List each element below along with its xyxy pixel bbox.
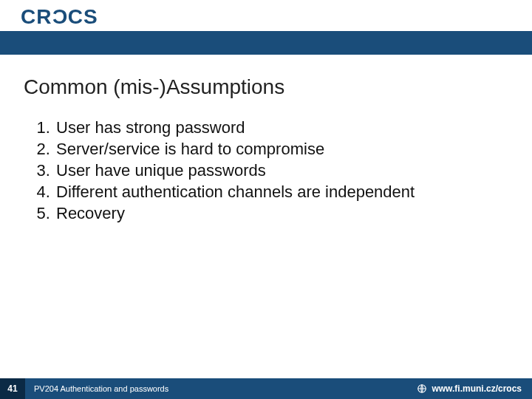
slide-title: Common (mis-)Assumptions xyxy=(24,75,284,99)
list-item: Recovery xyxy=(55,202,488,224)
header-bar xyxy=(0,31,532,55)
logo-text-suffix: CS xyxy=(68,5,98,28)
footer: 41 PV204 Authentication and passwords ww… xyxy=(0,378,532,399)
logo: CRCCS xyxy=(21,5,98,29)
list-item: User has strong password xyxy=(55,117,488,138)
list-item: Server/service is hard to compromise xyxy=(55,138,488,160)
logo-text-flipped-c: C xyxy=(52,5,67,29)
slide-list: User has strong password Server/service … xyxy=(30,117,488,224)
footer-url: www.fi.muni.cz/crocs xyxy=(417,383,522,394)
header: CRCCS xyxy=(0,0,532,55)
list-item: Different authentication channels are in… xyxy=(55,181,488,202)
globe-icon xyxy=(417,383,427,394)
page-number: 41 xyxy=(0,378,25,399)
list-item: User have unique passwords xyxy=(55,160,488,181)
footer-url-text: www.fi.muni.cz/crocs xyxy=(432,383,522,394)
footer-subtitle: PV204 Authentication and passwords xyxy=(34,384,417,393)
logo-text-prefix: CR xyxy=(21,5,52,28)
